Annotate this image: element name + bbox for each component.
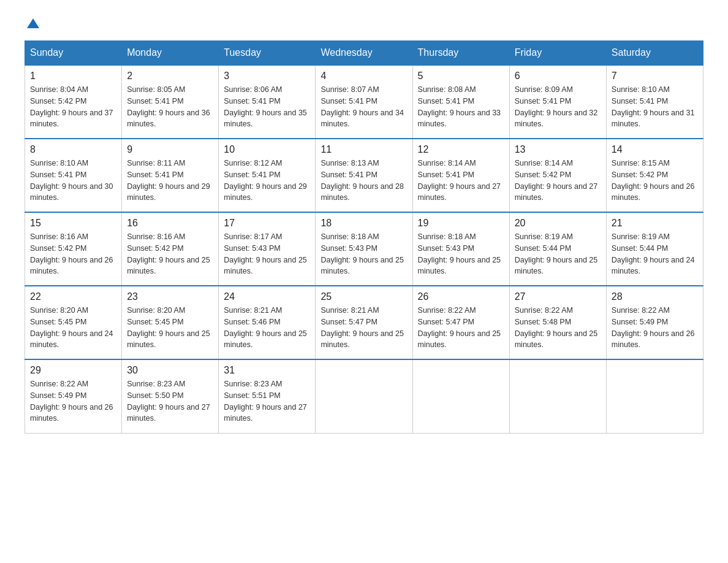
day-number: 22	[30, 291, 116, 302]
calendar-day-cell: 26Sunrise: 8:22 AMSunset: 5:47 PMDayligh…	[412, 286, 509, 359]
day-info: Sunrise: 8:09 AMSunset: 5:41 PMDaylight:…	[515, 84, 601, 130]
day-number: 16	[127, 218, 213, 229]
day-info: Sunrise: 8:22 AMSunset: 5:49 PMDaylight:…	[30, 378, 116, 424]
day-info: Sunrise: 8:15 AMSunset: 5:42 PMDaylight:…	[612, 158, 698, 204]
day-number: 9	[127, 144, 213, 155]
day-number: 31	[224, 365, 310, 376]
calendar-day-cell: 30Sunrise: 8:23 AMSunset: 5:50 PMDayligh…	[122, 359, 219, 433]
calendar-day-cell: 8Sunrise: 8:10 AMSunset: 5:41 PMDaylight…	[25, 139, 122, 212]
day-info: Sunrise: 8:22 AMSunset: 5:49 PMDaylight:…	[612, 305, 698, 351]
calendar-day-cell: 18Sunrise: 8:18 AMSunset: 5:43 PMDayligh…	[316, 212, 412, 286]
day-info: Sunrise: 8:20 AMSunset: 5:45 PMDaylight:…	[30, 305, 116, 351]
calendar-day-cell: 12Sunrise: 8:14 AMSunset: 5:41 PMDayligh…	[412, 139, 509, 212]
calendar-day-cell: 22Sunrise: 8:20 AMSunset: 5:45 PMDayligh…	[25, 286, 122, 359]
day-number: 7	[612, 71, 698, 82]
day-info: Sunrise: 8:22 AMSunset: 5:47 PMDaylight:…	[418, 305, 504, 351]
day-info: Sunrise: 8:04 AMSunset: 5:42 PMDaylight:…	[30, 84, 116, 130]
logo	[25, 18, 39, 28]
day-info: Sunrise: 8:06 AMSunset: 5:41 PMDaylight:…	[224, 84, 310, 130]
day-info: Sunrise: 8:14 AMSunset: 5:41 PMDaylight:…	[418, 158, 504, 204]
day-of-week-header: Friday	[509, 41, 606, 66]
day-number: 15	[30, 218, 116, 229]
calendar-day-cell: 31Sunrise: 8:23 AMSunset: 5:51 PMDayligh…	[219, 359, 316, 433]
calendar-header: SundayMondayTuesdayWednesdayThursdayFrid…	[25, 41, 703, 66]
page-header	[25, 18, 703, 28]
day-number: 23	[127, 291, 213, 302]
day-number: 29	[30, 365, 116, 376]
day-info: Sunrise: 8:08 AMSunset: 5:41 PMDaylight:…	[418, 84, 504, 130]
day-info: Sunrise: 8:21 AMSunset: 5:46 PMDaylight:…	[224, 305, 310, 351]
day-info: Sunrise: 8:11 AMSunset: 5:41 PMDaylight:…	[127, 158, 213, 204]
logo-triangle-icon	[27, 18, 39, 28]
day-info: Sunrise: 8:16 AMSunset: 5:42 PMDaylight:…	[30, 231, 116, 277]
day-number: 27	[515, 291, 601, 302]
day-number: 2	[127, 71, 213, 82]
day-number: 8	[30, 144, 116, 155]
calendar-day-cell: 29Sunrise: 8:22 AMSunset: 5:49 PMDayligh…	[25, 359, 122, 433]
day-info: Sunrise: 8:14 AMSunset: 5:42 PMDaylight:…	[515, 158, 601, 204]
day-of-week-header: Wednesday	[316, 41, 412, 66]
day-number: 10	[224, 144, 310, 155]
day-number: 4	[320, 71, 407, 82]
calendar-day-cell: 6Sunrise: 8:09 AMSunset: 5:41 PMDaylight…	[509, 65, 606, 139]
calendar-day-cell: 7Sunrise: 8:10 AMSunset: 5:41 PMDaylight…	[606, 65, 703, 139]
day-number: 25	[320, 291, 407, 302]
day-info: Sunrise: 8:10 AMSunset: 5:41 PMDaylight:…	[30, 158, 116, 204]
day-number: 11	[320, 144, 407, 155]
calendar-table: SundayMondayTuesdayWednesdayThursdayFrid…	[25, 40, 703, 434]
day-number: 13	[515, 144, 601, 155]
calendar-day-cell: 19Sunrise: 8:18 AMSunset: 5:43 PMDayligh…	[412, 212, 509, 286]
day-of-week-header: Thursday	[412, 41, 509, 66]
day-of-week-header: Saturday	[606, 41, 703, 66]
calendar-day-cell: 4Sunrise: 8:07 AMSunset: 5:41 PMDaylight…	[316, 65, 412, 139]
calendar-day-cell: 27Sunrise: 8:22 AMSunset: 5:48 PMDayligh…	[509, 286, 606, 359]
day-number: 24	[224, 291, 310, 302]
calendar-day-cell: 25Sunrise: 8:21 AMSunset: 5:47 PMDayligh…	[316, 286, 412, 359]
day-info: Sunrise: 8:10 AMSunset: 5:41 PMDaylight:…	[612, 84, 698, 130]
calendar-day-cell: 2Sunrise: 8:05 AMSunset: 5:41 PMDaylight…	[122, 65, 219, 139]
calendar-week-row: 15Sunrise: 8:16 AMSunset: 5:42 PMDayligh…	[25, 212, 703, 286]
calendar-day-cell: 16Sunrise: 8:16 AMSunset: 5:42 PMDayligh…	[122, 212, 219, 286]
day-info: Sunrise: 8:18 AMSunset: 5:43 PMDaylight:…	[320, 231, 407, 277]
day-info: Sunrise: 8:16 AMSunset: 5:42 PMDaylight:…	[127, 231, 213, 277]
calendar-day-cell: 11Sunrise: 8:13 AMSunset: 5:41 PMDayligh…	[316, 139, 412, 212]
day-number: 26	[418, 291, 504, 302]
calendar-body: 1Sunrise: 8:04 AMSunset: 5:42 PMDaylight…	[25, 65, 703, 433]
calendar-day-cell: 20Sunrise: 8:19 AMSunset: 5:44 PMDayligh…	[509, 212, 606, 286]
day-number: 12	[418, 144, 504, 155]
day-info: Sunrise: 8:13 AMSunset: 5:41 PMDaylight:…	[320, 158, 407, 204]
day-info: Sunrise: 8:17 AMSunset: 5:43 PMDaylight:…	[224, 231, 310, 277]
day-info: Sunrise: 8:12 AMSunset: 5:41 PMDaylight:…	[224, 158, 310, 204]
day-info: Sunrise: 8:19 AMSunset: 5:44 PMDaylight:…	[612, 231, 698, 277]
day-number: 17	[224, 218, 310, 229]
day-of-week-header: Monday	[122, 41, 219, 66]
calendar-day-cell: 3Sunrise: 8:06 AMSunset: 5:41 PMDaylight…	[219, 65, 316, 139]
day-info: Sunrise: 8:23 AMSunset: 5:51 PMDaylight:…	[224, 378, 310, 424]
day-number: 5	[418, 71, 504, 82]
day-of-week-header: Tuesday	[219, 41, 316, 66]
calendar-day-cell: 14Sunrise: 8:15 AMSunset: 5:42 PMDayligh…	[606, 139, 703, 212]
day-number: 19	[418, 218, 504, 229]
day-number: 6	[515, 71, 601, 82]
calendar-day-cell: 24Sunrise: 8:21 AMSunset: 5:46 PMDayligh…	[219, 286, 316, 359]
day-number: 1	[30, 71, 116, 82]
day-info: Sunrise: 8:19 AMSunset: 5:44 PMDaylight:…	[515, 231, 601, 277]
day-number: 20	[515, 218, 601, 229]
day-info: Sunrise: 8:07 AMSunset: 5:41 PMDaylight:…	[320, 84, 407, 130]
calendar-day-cell: 5Sunrise: 8:08 AMSunset: 5:41 PMDaylight…	[412, 65, 509, 139]
calendar-day-cell: 9Sunrise: 8:11 AMSunset: 5:41 PMDaylight…	[122, 139, 219, 212]
calendar-day-cell: 21Sunrise: 8:19 AMSunset: 5:44 PMDayligh…	[606, 212, 703, 286]
calendar-week-row: 29Sunrise: 8:22 AMSunset: 5:49 PMDayligh…	[25, 359, 703, 433]
calendar-day-cell: 23Sunrise: 8:20 AMSunset: 5:45 PMDayligh…	[122, 286, 219, 359]
calendar-day-cell: 10Sunrise: 8:12 AMSunset: 5:41 PMDayligh…	[219, 139, 316, 212]
day-info: Sunrise: 8:22 AMSunset: 5:48 PMDaylight:…	[515, 305, 601, 351]
calendar-day-cell: 28Sunrise: 8:22 AMSunset: 5:49 PMDayligh…	[606, 286, 703, 359]
day-info: Sunrise: 8:21 AMSunset: 5:47 PMDaylight:…	[320, 305, 407, 351]
day-info: Sunrise: 8:20 AMSunset: 5:45 PMDaylight:…	[127, 305, 213, 351]
day-number: 30	[127, 365, 213, 376]
day-info: Sunrise: 8:05 AMSunset: 5:41 PMDaylight:…	[127, 84, 213, 130]
calendar-day-cell: 17Sunrise: 8:17 AMSunset: 5:43 PMDayligh…	[219, 212, 316, 286]
calendar-day-cell: 13Sunrise: 8:14 AMSunset: 5:42 PMDayligh…	[509, 139, 606, 212]
header-row: SundayMondayTuesdayWednesdayThursdayFrid…	[25, 41, 703, 66]
calendar-week-row: 8Sunrise: 8:10 AMSunset: 5:41 PMDaylight…	[25, 139, 703, 212]
